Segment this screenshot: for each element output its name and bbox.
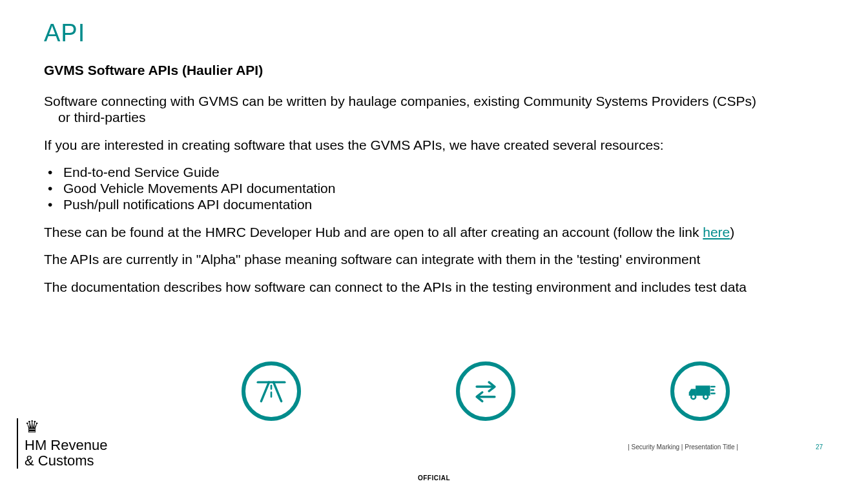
slide-title: API [44,19,836,47]
paragraph-1: Software connecting with GVMS can be wri… [44,94,836,126]
security-marking: | Security Marking | Presentation Title … [628,443,738,451]
paragraph-5: The documentation describes how software… [44,280,836,296]
svg-line-1 [273,382,281,401]
bidirectional-arrows-icon [456,361,515,421]
bullet-item: Push/pull notifications API documentatio… [44,197,836,213]
svg-point-8 [691,394,696,399]
footer-meta: | Security Marking | Presentation Title … [628,443,823,451]
crown-icon: ♛ [25,418,107,435]
paragraph-1-line-b: or third-parties [58,110,836,126]
slide-subtitle: GVMS Software APIs (Haulier API) [44,63,836,78]
svg-rect-7 [696,385,710,396]
bullet-item: End-to-end Service Guide [44,165,836,181]
truck-icon [670,361,730,421]
paragraph-1-line-a: Software connecting with GVMS can be wri… [44,94,756,108]
svg-point-9 [703,394,708,399]
logo-line-1: HM Revenue [25,437,107,453]
slide-content: API GVMS Software APIs (Haulier API) Sof… [0,0,868,296]
page-number: 27 [816,443,823,451]
developer-hub-link[interactable]: here [703,225,730,239]
svg-line-0 [261,382,269,401]
classification-label: OFFICIAL [418,474,450,482]
logo-line-2: & Customs [25,452,94,469]
paragraph-4: The APIs are currently in "Alpha" phase … [44,252,836,268]
hmrc-logo: ♛ HM Revenue & Customs [17,418,107,469]
logo-text: HM Revenue & Customs [25,438,107,469]
road-icon [242,361,301,421]
paragraph-3-text-b: ) [730,225,734,239]
paragraph-2: If you are interested in creating softwa… [44,137,836,154]
paragraph-3: These can be found at the HMRC Developer… [44,225,836,241]
bullet-list: End-to-end Service Guide Good Vehicle Mo… [44,165,836,212]
icons-row [0,361,868,421]
paragraph-3-text-a: These can be found at the HMRC Developer… [44,225,703,239]
bullet-item: Good Vehicle Movements API documentation [44,181,836,197]
